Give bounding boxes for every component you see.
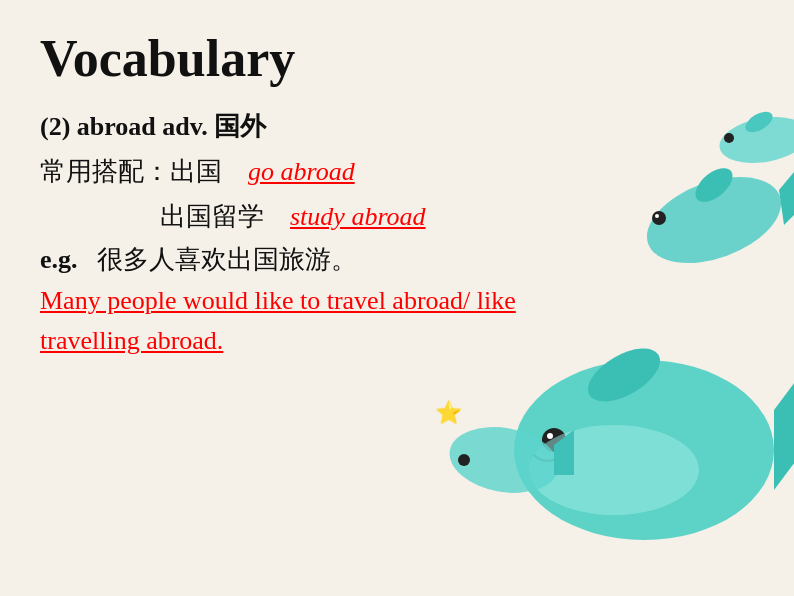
page-title: Vocabulary [40,30,754,87]
svg-marker-16 [554,430,574,475]
example-sentence: Many people would like to travel abroad/… [40,281,754,362]
slide: Vocabulary (2) abroad adv. 国外 常用搭配：出国 go… [0,0,794,596]
study-label: 出国留学 [160,202,264,231]
eg-chinese: 很多人喜欢出国旅游。 [97,245,357,274]
svg-point-17 [458,454,470,466]
svg-point-4 [547,433,553,439]
eg-line: e.g. 很多人喜欢出国旅游。 [40,242,754,277]
svg-point-15 [444,419,563,501]
svg-point-5 [529,425,699,515]
svg-point-0 [514,360,774,540]
study-abroad-line: 出国留学 study abroad [160,197,754,236]
content-area: (2) abroad adv. 国外 常用搭配：出国 go abroad 出国留… [40,107,754,362]
svg-marker-1 [774,370,794,490]
svg-point-3 [542,428,566,452]
study-abroad-text: study abroad [290,202,426,231]
svg-marker-7 [779,160,794,225]
collocation-label: 常用搭配：出国 [40,157,222,186]
term-line: (2) abroad adv. 国外 [40,107,754,146]
example-line-2: travelling abroad. [40,326,223,355]
go-abroad-text: go abroad [248,157,355,186]
term-text: (2) abroad adv. 国外 [40,112,266,141]
star-decoration: ⭐ [435,400,462,426]
example-line-1: Many people would like to travel abroad/… [40,286,516,315]
eg-label: e.g. [40,245,78,274]
collocation-line: 常用搭配：出国 go abroad [40,152,754,191]
